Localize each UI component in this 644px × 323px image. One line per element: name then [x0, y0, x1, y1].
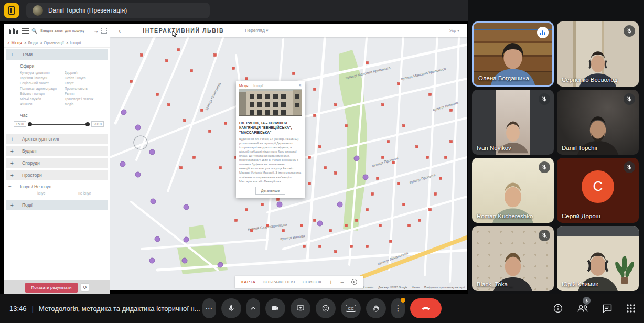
participant-tile[interactable]: Ivan Novikov: [472, 90, 554, 155]
poi-marker-red[interactable]: [335, 104, 337, 106]
poi-marker-red[interactable]: [232, 67, 235, 70]
refresh-icon[interactable]: ⟳: [81, 283, 89, 292]
poi-marker-purple[interactable]: [317, 221, 323, 226]
poi-marker-purple[interactable]: [135, 125, 141, 130]
poi-marker-purple[interactable]: [182, 258, 187, 263]
poi-marker-purple[interactable]: [184, 204, 189, 210]
poi-marker-red[interactable]: [282, 230, 285, 232]
poi-marker-red[interactable]: [382, 104, 384, 106]
participant-tile[interactable]: Black_Toka _: [472, 226, 554, 291]
poi-marker-red[interactable]: [403, 125, 405, 127]
section-time-header[interactable]: − Час: [8, 112, 106, 118]
apps-button[interactable]: [626, 304, 636, 313]
poi-marker-red[interactable]: [356, 219, 358, 222]
poi-marker-red[interactable]: [293, 72, 295, 75]
participant-tile[interactable]: Олена Богдашина: [472, 21, 554, 87]
poi-marker-red[interactable]: [434, 193, 437, 196]
captions-button[interactable]: CC: [341, 298, 361, 318]
section-spheres-header[interactable]: − Сфери: [8, 63, 106, 69]
sphere-option[interactable]: Спорт: [65, 81, 106, 85]
poi-marker-red[interactable]: [445, 156, 447, 159]
poi-marker-red[interactable]: [314, 88, 316, 91]
poi-marker-purple[interactable]: [149, 258, 155, 263]
sphere-option[interactable]: Культура і дозвілля: [20, 71, 61, 74]
toolbar-tab-map[interactable]: КАРТА: [241, 279, 255, 284]
poi-marker-red[interactable]: [403, 203, 405, 206]
poi-marker-red[interactable]: [319, 245, 321, 248]
participant-tile[interactable]: Roman Kuchereshko: [472, 158, 554, 223]
poi-marker-red[interactable]: [314, 219, 316, 222]
poi-marker-red[interactable]: [184, 120, 186, 122]
poi-marker-red[interactable]: [377, 177, 379, 180]
poi-marker-red[interactable]: [345, 125, 348, 127]
chat-button[interactable]: [602, 303, 613, 314]
poi-marker-red[interactable]: [329, 230, 332, 232]
poi-marker-red[interactable]: [450, 141, 453, 143]
section-events[interactable]: + Події: [6, 200, 108, 210]
poi-marker-red[interactable]: [387, 141, 390, 143]
section-themes[interactable]: + Теми: [6, 49, 108, 60]
poi-marker-purple[interactable]: [354, 156, 359, 161]
section-buildings[interactable]: + Будівлі: [6, 146, 108, 156]
poi-marker-purple[interactable]: [363, 175, 368, 180]
poi-marker-red[interactable]: [166, 60, 168, 62]
poi-marker-red[interactable]: [266, 224, 269, 227]
participant-tile[interactable]: Сергієнко Всеволод: [557, 21, 639, 87]
poi-marker-red[interactable]: [429, 209, 432, 211]
poi-marker-red[interactable]: [308, 182, 311, 185]
popup-tab-stories[interactable]: Історії: [253, 84, 263, 88]
poi-marker-red[interactable]: [426, 156, 429, 159]
section-spaces[interactable]: + Простори: [6, 170, 108, 180]
sphere-option[interactable]: Військо і поліція: [20, 92, 61, 95]
reactions-button[interactable]: [316, 298, 336, 318]
poi-marker-red[interactable]: [235, 219, 238, 222]
sphere-option[interactable]: Міські служби: [20, 97, 61, 101]
locate-icon[interactable]: [351, 279, 357, 285]
poi-marker-red[interactable]: [130, 80, 133, 83]
map-app-title[interactable]: ІНТЕРАКТИВНИЙ ЛЬВІВ: [143, 27, 224, 34]
poi-marker-red[interactable]: [366, 245, 369, 248]
poi-marker-red[interactable]: [251, 230, 253, 232]
mic-button[interactable]: [221, 298, 241, 318]
people-button[interactable]: [577, 303, 588, 314]
poi-marker-red[interactable]: [418, 219, 421, 222]
poi-marker-red[interactable]: [209, 130, 211, 133]
sphere-option[interactable]: Промисловість: [65, 87, 106, 90]
back-chevron-icon[interactable]: ‹: [119, 27, 121, 35]
poi-marker-red[interactable]: [314, 114, 316, 117]
popup-tab-places[interactable]: Місця: [239, 84, 248, 88]
app-icon[interactable]: [4, 3, 19, 18]
participant-tile[interactable]: C Сергій Дорош: [557, 158, 639, 223]
sphere-option[interactable]: Торгівля і послуги: [20, 76, 61, 80]
sphere-option[interactable]: Освіта і наука: [65, 76, 106, 80]
poi-marker-purple[interactable]: [121, 110, 126, 115]
year-from-field[interactable]: 1500: [14, 121, 26, 127]
tab-people[interactable]: ✕Люди: [24, 40, 37, 45]
poi-marker-red[interactable]: [319, 146, 321, 148]
poi-marker-red[interactable]: [382, 156, 384, 159]
section-structures[interactable]: + Споруди: [6, 158, 108, 168]
poi-marker-purple[interactable]: [155, 236, 160, 242]
exists-option-yes[interactable]: існує: [20, 191, 63, 195]
poi-marker-red[interactable]: [156, 93, 159, 96]
zoom-out-button[interactable]: −: [340, 278, 344, 286]
lviv-logo-icon[interactable]: [7, 27, 19, 34]
poi-marker-red[interactable]: [398, 83, 400, 85]
time-slider[interactable]: [29, 124, 89, 125]
slider-handle-right[interactable]: [85, 122, 90, 126]
poi-marker-red[interactable]: [366, 209, 369, 211]
hang-up-button[interactable]: [410, 298, 442, 318]
view-dropdown[interactable]: Перегляд ▾: [245, 28, 268, 33]
poi-marker-red[interactable]: [141, 54, 143, 57]
poi-marker-purple[interactable]: [149, 149, 155, 155]
poi-marker-red[interactable]: [168, 104, 170, 106]
expand-icon[interactable]: [101, 28, 107, 34]
poi-marker-red[interactable]: [261, 203, 264, 206]
more-options-button[interactable]: ⋮: [391, 298, 405, 318]
sphere-option[interactable]: Медіа: [65, 102, 106, 106]
terms-link[interactable]: Умови: [412, 286, 420, 289]
sphere-option[interactable]: Транспорт і зв'язок: [65, 97, 106, 101]
toolbar-tab-images[interactable]: ЗОБРАЖЕННЯ: [263, 279, 295, 284]
details-button[interactable]: Детальніше: [255, 187, 285, 195]
poi-marker-red[interactable]: [408, 224, 411, 227]
